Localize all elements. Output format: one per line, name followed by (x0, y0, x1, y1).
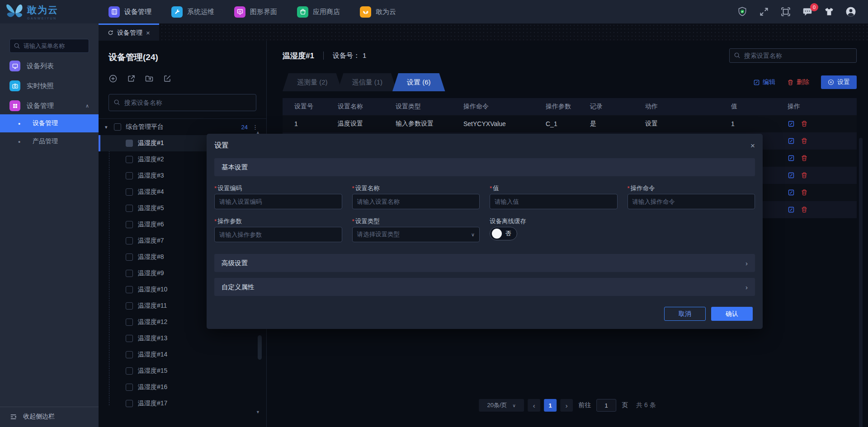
sidebar-item-device-list[interactable]: 设备列表 (0, 57, 99, 75)
page-size-select[interactable]: 20条/页 ∨ (479, 399, 524, 412)
tree-root-row[interactable]: ▾ 综合管理平台 24 ⋮ (99, 119, 266, 135)
nav-item-ganweiyun[interactable]: 敢为云 (350, 0, 406, 23)
tree-device-row[interactable]: 温湿度#14 (99, 347, 266, 363)
tree-device-row[interactable]: 温湿度#17 (99, 395, 266, 412)
root-checkbox[interactable] (114, 123, 121, 131)
nav-item-system-ops[interactable]: 系统运维 (161, 0, 224, 23)
menu-search-input[interactable] (9, 39, 89, 53)
messages-icon[interactable]: 0 (802, 6, 813, 17)
device-checkbox[interactable] (126, 286, 133, 293)
butterfly-logo-icon (4, 1, 25, 23)
sidebar-subitem-label: 设备管理 (33, 119, 58, 127)
tab-close-icon[interactable]: × (146, 29, 150, 37)
device-checkbox[interactable] (126, 270, 133, 277)
device-checkbox[interactable] (126, 400, 133, 407)
row-edit-icon[interactable] (788, 120, 795, 127)
data-tab-item[interactable]: 遥测量 (2) (283, 73, 342, 91)
field-input[interactable] (352, 194, 480, 209)
row-edit-icon[interactable] (788, 137, 795, 145)
settings-search-input[interactable] (729, 48, 857, 63)
data-tab-active[interactable]: 设置 (6) (392, 73, 445, 91)
tree-device-row[interactable]: 温湿度#13 (99, 330, 266, 347)
field-input[interactable] (214, 227, 342, 242)
scroll-down-icon[interactable]: ▼ (256, 410, 260, 414)
security-shield-icon[interactable] (737, 6, 748, 17)
row-edit-icon[interactable] (788, 155, 795, 162)
fullscreen-icon[interactable] (759, 6, 769, 17)
collapse-sidebar-button[interactable]: 收起侧边栏 (0, 407, 99, 427)
row-edit-icon[interactable] (788, 189, 795, 196)
device-checkbox[interactable] (126, 253, 133, 261)
tree-device-row[interactable]: 温湿度#15 (99, 363, 266, 379)
row-delete-icon[interactable] (801, 172, 808, 179)
device-checkbox[interactable] (126, 140, 133, 147)
field-input[interactable] (490, 194, 618, 209)
close-icon[interactable]: × (750, 142, 755, 150)
row-edit-icon[interactable] (788, 206, 795, 213)
move-to-folder-icon[interactable] (145, 74, 154, 83)
page-tab-device-management[interactable]: 设备管理 × (99, 23, 159, 41)
row-delete-icon[interactable] (801, 137, 808, 145)
section-advanced-label: 高级设置 (222, 259, 248, 267)
device-checkbox[interactable] (126, 351, 133, 358)
confirm-button[interactable]: 确认 (711, 307, 753, 321)
row-delete-icon[interactable] (801, 189, 808, 196)
edit-button[interactable]: 编辑 (753, 78, 775, 86)
row-delete-icon[interactable] (801, 120, 808, 127)
nav-item-device-manage[interactable]: 设备管理 (99, 0, 161, 23)
refresh-icon[interactable] (108, 30, 113, 36)
row-delete-icon[interactable] (801, 155, 808, 162)
nav-item-app-store[interactable]: 应用商店 (287, 0, 350, 23)
data-tab-item[interactable]: 遥信量 (1) (338, 73, 397, 91)
theme-shirt-icon[interactable] (824, 6, 835, 17)
device-checkbox[interactable] (126, 237, 133, 244)
device-checkbox[interactable] (126, 367, 133, 375)
modal-header: 设置 × (214, 141, 755, 150)
device-search-input[interactable] (108, 94, 256, 111)
sidebar-subitem-item[interactable]: •产品管理 (0, 132, 99, 150)
prev-page-button[interactable]: ‹ (528, 399, 540, 412)
field-control: 否 (490, 227, 618, 240)
sidebar-subitem-label: 产品管理 (33, 137, 58, 145)
row-edit-icon[interactable] (788, 172, 795, 179)
field-select[interactable]: 请选择设置类型∨ (352, 227, 480, 242)
field-input[interactable] (627, 194, 755, 209)
add-device-icon[interactable] (108, 74, 118, 83)
chevron-down-icon[interactable]: ▾ (105, 124, 114, 130)
sidebar-subitem-active[interactable]: •设备管理 (0, 114, 99, 132)
device-checkbox[interactable] (126, 172, 133, 179)
device-label: 温湿度#4 (138, 188, 164, 196)
device-checkbox[interactable] (126, 221, 133, 228)
field-input[interactable] (214, 194, 342, 209)
device-checkbox[interactable] (126, 188, 133, 196)
device-checkbox[interactable] (126, 319, 133, 326)
sidebar-item-snapshot[interactable]: 实时快照 (0, 77, 99, 94)
nav-item-graphic-ui[interactable]: 图形界面 (224, 0, 287, 23)
main-scrollbar[interactable] (859, 138, 863, 427)
cancel-button[interactable]: 取消 (664, 307, 706, 321)
delete-button[interactable]: 删除 (787, 78, 809, 86)
row-delete-icon[interactable] (801, 206, 808, 213)
export-icon[interactable] (127, 74, 136, 83)
tree-scrollbar-thumb[interactable] (258, 335, 262, 360)
current-page-button[interactable]: 1 (544, 399, 557, 412)
screenshot-frame-icon[interactable] (780, 6, 791, 17)
next-page-button[interactable]: › (560, 399, 573, 412)
device-checkbox[interactable] (126, 205, 133, 212)
batch-edit-icon[interactable] (163, 74, 172, 83)
device-checkbox[interactable] (126, 156, 133, 163)
sidebar-item-device-group[interactable]: 设备管理∧ (0, 97, 99, 114)
section-custom-attributes[interactable]: 自定义属性 › (214, 278, 755, 296)
user-avatar[interactable] (845, 6, 856, 17)
tree-device-row[interactable]: 温湿度#16 (99, 379, 266, 395)
add-setting-button[interactable]: 设置 (821, 75, 857, 89)
offline-cache-toggle[interactable]: 否 (490, 227, 517, 240)
more-actions-icon[interactable]: ⋮ (252, 124, 258, 131)
device-checkbox[interactable] (126, 384, 133, 391)
device-label: 温湿度#3 (138, 172, 164, 180)
device-checkbox[interactable] (126, 302, 133, 310)
goto-page-input[interactable] (596, 399, 616, 412)
device-checkbox[interactable] (126, 335, 133, 342)
app-root: 敢为云 GANWEIYUN 设备管理系统运维图形界面应用商店敢为云 0 (0, 0, 868, 427)
section-advanced-settings[interactable]: 高级设置 › (214, 254, 755, 272)
